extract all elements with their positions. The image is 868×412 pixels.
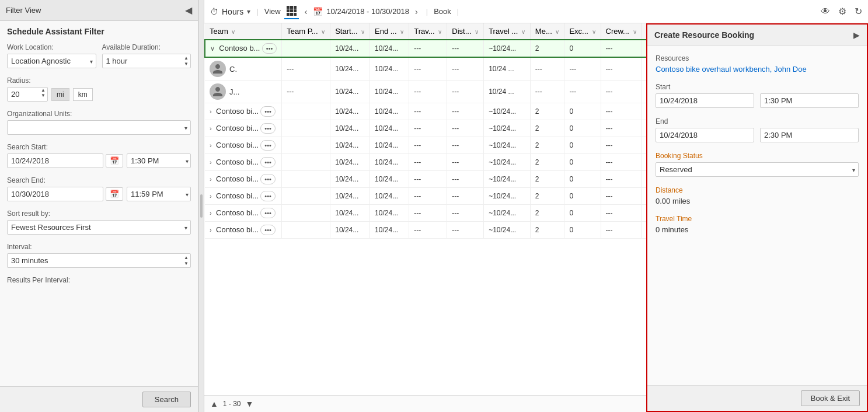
org-units-select[interactable] [7,120,191,135]
interval-down-button[interactable]: ▼ [184,261,189,267]
search-start-date-input[interactable] [7,153,103,168]
me-cell: 2 [530,103,564,120]
search-button[interactable]: Search [142,392,191,407]
start-date-input[interactable] [656,93,754,108]
unit-km-button[interactable]: km [73,88,93,101]
avatar-cell: J... [210,83,277,100]
col-team-p[interactable]: Team P... ∨ [282,23,330,40]
end-time-input[interactable] [760,128,859,142]
end-cell: 10/24... [370,137,409,154]
expand-icon[interactable]: › [210,176,212,183]
requir-cell: --- [642,40,646,57]
booking-status-select[interactable]: Reserved Committed Cancelled [656,162,859,177]
row-options-button[interactable]: ••• [260,157,276,167]
table-row[interactable]: › Contoso bi... ••• 10/24... 10/24... --… [205,188,646,205]
collapse-panel-button[interactable]: ◀ [185,5,192,16]
radius-down-button[interactable]: ▼ [40,93,47,98]
table-row[interactable]: ∨ Contoso b... ••• 10/24... 10/24... ---… [205,40,646,57]
table-row[interactable]: › Contoso bi... ••• 10/24... 10/24... --… [205,222,646,239]
row-options-button[interactable]: ••• [260,123,276,134]
col-start[interactable]: Start... ∨ [330,23,370,40]
table-row[interactable]: › Contoso bi... ••• 10/24... 10/24... --… [205,137,646,154]
col-trav[interactable]: Trav... ∨ [409,23,447,40]
interval-up-button[interactable]: ▲ [184,255,189,261]
col-dist[interactable]: Dist... ∨ [447,23,484,40]
row-options-button[interactable]: ••• [262,43,277,54]
search-end-time-select[interactable]: 11:59 PM [127,187,191,201]
row-options-button[interactable]: ••• [260,191,276,201]
expand-icon[interactable]: › [210,108,212,115]
col-end[interactable]: End ... ∨ [370,23,409,40]
page-down-button[interactable]: ▼ [246,399,254,408]
travel-time-cell: ~10/24... [484,188,531,205]
col-crew[interactable]: Crew... ∨ [601,23,642,40]
table-row[interactable]: › Contoso bi... ••• 10/24... 10/24... --… [205,120,646,137]
row-options-button[interactable]: ••• [260,174,276,184]
expand-icon[interactable]: › [210,226,212,233]
start-cell: 10/24... [330,120,370,137]
crew-cell: --- [601,120,642,137]
sort-by-wrapper: Fewest Resources First ▾ [7,220,191,235]
row-options-button[interactable]: ••• [260,208,276,218]
table-row[interactable]: › Contoso bi... ••• 10/24... 10/24... --… [205,171,646,188]
work-location-select[interactable]: Location Agnostic [7,54,96,68]
hours-dropdown-icon[interactable]: ▾ [247,8,250,16]
crew-cell: --- [601,103,642,120]
search-start-time-select[interactable]: 1:30 PM [127,153,191,168]
right-panel-expand-button[interactable]: ▶ [853,30,860,40]
search-end-calendar-button[interactable]: 📅 [106,187,123,201]
table-row[interactable]: › Contoso bi... ••• 10/24... 10/24... --… [205,103,646,120]
col-team[interactable]: Team ∨ [205,23,282,40]
row-options-button[interactable]: ••• [260,106,276,117]
expand-icon[interactable]: ∨ [210,45,215,52]
table-container[interactable]: Team ∨ Team P... ∨ Start... ∨ End ... ∨ … [204,23,646,395]
col-exc[interactable]: Exc... ∨ [564,23,601,40]
grid-cell-7 [287,13,290,16]
settings-icon[interactable]: ⚙ [838,6,846,17]
expand-icon[interactable]: › [210,142,212,149]
unit-mi-button[interactable]: mi [51,88,69,101]
panel-resize-handle[interactable] [198,0,204,412]
duration-down-button[interactable]: ▼ [184,61,189,67]
book-button[interactable]: Book [434,7,451,16]
table-area: Team ∨ Team P... ∨ Start... ∨ End ... ∨ … [204,23,646,412]
grid-view-button[interactable] [284,4,299,19]
work-location-duration-row: Work Location: Location Agnostic ▾ Avail… [7,43,191,68]
expand-icon[interactable]: › [210,193,212,200]
end-date-input[interactable] [656,128,754,142]
expand-icon[interactable]: › [210,210,212,217]
duration-up-button[interactable]: ▲ [184,55,189,61]
search-end-date-input[interactable] [7,187,103,201]
refresh-icon[interactable]: ↻ [855,6,862,17]
row-options-button[interactable]: ••• [260,225,276,235]
expand-icon[interactable]: › [210,125,212,132]
start-time-input[interactable] [760,93,859,108]
view-button[interactable]: View [264,7,281,16]
col-me[interactable]: Me... ∨ [530,23,564,40]
start-cell: 10/24... [330,137,370,154]
row-options-button[interactable]: ••• [260,140,276,151]
book-exit-button[interactable]: Book & Exit [801,390,860,406]
search-start-time-wrap: 1:30 PM ▾ [127,153,191,168]
interval-select[interactable]: 30 minutes [7,253,191,268]
page-up-button[interactable]: ▲ [210,399,218,408]
teamP-cell [282,154,330,171]
expand-icon[interactable]: › [210,159,212,166]
search-btn-row: Search [0,386,198,412]
available-duration-select[interactable]: 1 hour [102,54,191,68]
resources-value[interactable]: Contoso bike overhaul workbench, John Do… [656,65,859,74]
radius-up-button[interactable]: ▲ [40,88,47,93]
results-per-interval-row: Results Per Interval: [7,276,191,284]
search-start-calendar-button[interactable]: 📅 [106,154,123,167]
prev-date-button[interactable]: ‹ [302,6,310,18]
next-date-button[interactable]: › [413,6,420,18]
team-cell: › Contoso bi... ••• [205,137,282,154]
eye-icon[interactable]: 👁 [821,6,830,17]
available-duration-wrapper: 1 hour ▲ ▼ [102,54,191,68]
sort-by-select[interactable]: Fewest Resources First [7,220,191,235]
table-row[interactable]: › Contoso bi... ••• 10/24... 10/24... --… [205,205,646,222]
table-row[interactable]: › Contoso bi... ••• 10/24... 10/24... --… [205,154,646,171]
col-requir[interactable]: Requir... ∨ [642,23,646,40]
col-travel-time[interactable]: Travel ... ∨ [484,23,531,40]
start-cell: 10/24... [330,40,370,57]
